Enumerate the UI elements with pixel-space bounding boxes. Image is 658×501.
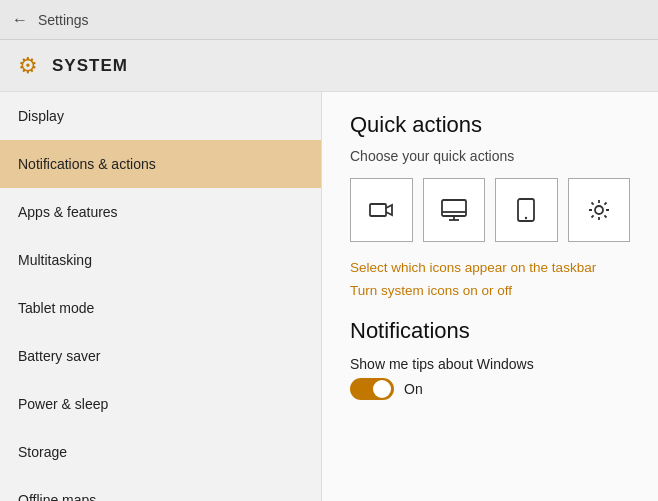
back-button[interactable]: ← (12, 11, 28, 29)
action-box-settings[interactable] (568, 178, 631, 242)
quick-actions-grid (350, 178, 630, 242)
title-bar-label: Settings (38, 12, 89, 28)
toggle-row: Show me tips about Windows On (350, 356, 630, 400)
svg-point-7 (595, 206, 603, 214)
gear-icon: ⚙ (18, 53, 38, 79)
toggle-switch[interactable] (350, 378, 394, 400)
sidebar-item-label: Storage (18, 444, 67, 460)
sidebar-item-offline[interactable]: Offline maps (0, 476, 321, 501)
svg-rect-1 (442, 200, 466, 216)
system-icons-link[interactable]: Turn system icons on or off (350, 283, 630, 298)
sidebar-item-label: Multitasking (18, 252, 92, 268)
sidebar-item-label: Offline maps (18, 492, 96, 501)
notifications-title: Notifications (350, 318, 630, 344)
settings-icon (585, 196, 613, 224)
sidebar-item-tablet[interactable]: Tablet mode (0, 284, 321, 332)
system-title: SYSTEM (52, 56, 128, 76)
sidebar-item-label: Notifications & actions (18, 156, 156, 172)
sidebar-item-power[interactable]: Power & sleep (0, 380, 321, 428)
sidebar: Display Notifications & actions Apps & f… (0, 92, 322, 501)
sidebar-item-multitasking[interactable]: Multitasking (0, 236, 321, 284)
system-header: ⚙ SYSTEM (0, 40, 658, 92)
toggle-container: On (350, 378, 630, 400)
content-area: Quick actions Choose your quick actions (322, 92, 658, 501)
sidebar-item-apps[interactable]: Apps & features (0, 188, 321, 236)
sidebar-item-display[interactable]: Display (0, 92, 321, 140)
quick-actions-title: Quick actions (350, 112, 630, 138)
sidebar-item-label: Battery saver (18, 348, 100, 364)
title-bar: ← Settings (0, 0, 658, 40)
connect-icon (367, 196, 395, 224)
action-box-display[interactable] (423, 178, 486, 242)
taskbar-icons-link[interactable]: Select which icons appear on the taskbar (350, 260, 630, 275)
sidebar-item-label: Display (18, 108, 64, 124)
sidebar-item-battery[interactable]: Battery saver (0, 332, 321, 380)
main-layout: Display Notifications & actions Apps & f… (0, 92, 658, 501)
action-box-connect[interactable] (350, 178, 413, 242)
sidebar-item-notifications[interactable]: Notifications & actions (0, 140, 321, 188)
toggle-state-label: On (404, 381, 423, 397)
toggle-thumb (373, 380, 391, 398)
svg-rect-0 (370, 204, 386, 216)
sidebar-item-label: Apps & features (18, 204, 118, 220)
tablet-icon (512, 196, 540, 224)
quick-actions-subtitle: Choose your quick actions (350, 148, 630, 164)
svg-point-6 (525, 217, 527, 219)
toggle-label: Show me tips about Windows (350, 356, 630, 372)
display-icon (440, 196, 468, 224)
sidebar-item-storage[interactable]: Storage (0, 428, 321, 476)
sidebar-item-label: Power & sleep (18, 396, 108, 412)
action-box-tablet[interactable] (495, 178, 558, 242)
sidebar-item-label: Tablet mode (18, 300, 94, 316)
